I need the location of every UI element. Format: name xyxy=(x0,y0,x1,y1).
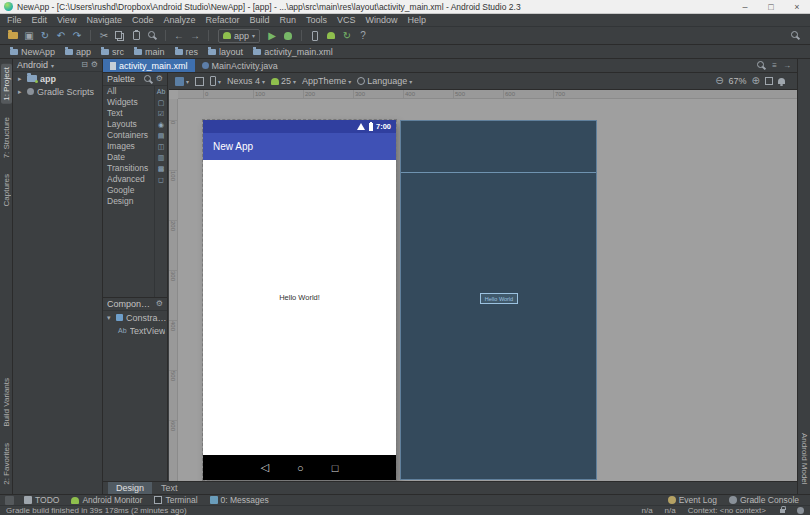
zoom-out-icon[interactable]: ⊖ xyxy=(715,76,723,86)
palette-category[interactable]: Advanced xyxy=(103,174,154,185)
run-configuration-select[interactable]: app ▾ xyxy=(218,29,260,43)
menu-item[interactable]: View xyxy=(52,15,81,25)
palette-widget-icon[interactable]: ▤ xyxy=(158,130,165,141)
menu-item[interactable]: Analyze xyxy=(158,15,200,25)
paste-icon[interactable] xyxy=(129,29,143,43)
toolwindow-switcher-icon[interactable] xyxy=(5,496,14,505)
theme-select[interactable]: AppTheme ▾ xyxy=(302,76,351,86)
blueprint-textview[interactable]: Hello World xyxy=(480,293,518,304)
menu-item[interactable]: Navigate xyxy=(81,15,127,25)
readonly-lock-icon[interactable] xyxy=(780,509,785,513)
tab-design[interactable]: Design xyxy=(108,482,152,494)
debug-icon[interactable] xyxy=(281,29,295,43)
toolwindow-button-gradle-console[interactable]: Gradle Console xyxy=(723,495,805,505)
toolwindow-button-messages[interactable]: 0: Messages xyxy=(204,495,275,505)
status-message[interactable]: Gradle build finished in 39s 178ms (2 mi… xyxy=(6,506,187,515)
breadcrumb-item[interactable]: src xyxy=(96,47,129,57)
toolwindow-button-todo[interactable]: TODO xyxy=(18,495,65,505)
close-button[interactable]: × xyxy=(784,0,810,13)
avd-manager-icon[interactable] xyxy=(308,29,322,43)
gear-icon[interactable]: ⚙ xyxy=(156,75,163,83)
gradle-sync-icon[interactable]: ↻ xyxy=(340,29,354,43)
orientation-select[interactable]: ▾ xyxy=(210,76,221,86)
toolwindow-button-favorites[interactable]: 2: Favorites xyxy=(1,440,12,488)
palette-category[interactable]: Images xyxy=(103,141,154,152)
expand-arrow-icon[interactable]: ▸ xyxy=(18,75,24,83)
palette-category[interactable]: Widgets xyxy=(103,97,154,108)
palette-widget-icon[interactable]: ◫ xyxy=(158,141,165,152)
menu-item[interactable]: Refactor xyxy=(200,15,244,25)
hide-panel-icon[interactable]: → xyxy=(783,62,791,70)
breadcrumb-item[interactable]: activity_main.xml xyxy=(248,47,338,57)
find-icon[interactable] xyxy=(145,29,159,43)
toolwindow-button-terminal[interactable]: Terminal xyxy=(148,495,203,505)
redo-icon[interactable]: ↷ xyxy=(70,29,84,43)
menu-item[interactable]: Tools xyxy=(301,15,332,25)
project-tree-item-app[interactable]: ▸ app xyxy=(13,72,102,85)
palette-search-icon[interactable] xyxy=(144,75,153,84)
design-canvas[interactable]: 0100200300400500600700 01002003004005006… xyxy=(169,90,797,481)
undo-icon[interactable]: ↶ xyxy=(54,29,68,43)
caret-position[interactable]: n/a xyxy=(641,506,652,515)
palette-category[interactable]: Design xyxy=(103,196,154,207)
project-tree-item-gradle-scripts[interactable]: ▸ Gradle Scripts xyxy=(13,85,102,98)
hello-world-textview[interactable]: Hello World! xyxy=(203,293,396,302)
menu-item[interactable]: Run xyxy=(275,15,302,25)
toolwindow-button-android-monitor[interactable]: Android Monitor xyxy=(65,495,148,505)
toolwindow-button-captures[interactable]: Captures xyxy=(1,171,12,209)
toolwindow-button-structure[interactable]: 7: Structure xyxy=(1,114,12,161)
palette-category[interactable]: Date xyxy=(103,152,154,163)
gear-icon[interactable]: ⚙ xyxy=(156,300,163,308)
expand-arrow-icon[interactable]: ▾ xyxy=(107,314,113,322)
search-icon[interactable] xyxy=(757,61,766,70)
expand-arrow-icon[interactable]: ▸ xyxy=(18,88,24,96)
menu-item[interactable]: Help xyxy=(403,15,432,25)
menu-item[interactable]: File xyxy=(2,15,27,25)
save-all-icon[interactable]: ▣ xyxy=(22,29,36,43)
maximize-button[interactable]: □ xyxy=(758,0,784,13)
notifications-bell-icon[interactable] xyxy=(778,78,785,84)
palette-category[interactable]: All xyxy=(103,86,154,97)
sync-icon[interactable]: ↻ xyxy=(38,29,52,43)
cut-icon[interactable]: ✂ xyxy=(97,29,111,43)
breadcrumb-item[interactable]: layout xyxy=(203,47,248,57)
menu-item[interactable]: Window xyxy=(361,15,403,25)
palette-widget-icon[interactable]: ▢ xyxy=(158,97,165,108)
context-indicator[interactable]: Context: <no context> xyxy=(688,506,766,515)
breadcrumb-item[interactable]: res xyxy=(170,47,204,57)
palette-widget-icon[interactable]: ▥ xyxy=(158,152,165,163)
menu-item[interactable]: Build xyxy=(244,15,274,25)
zoom-in-icon[interactable]: ⊕ xyxy=(752,76,760,86)
surface-mode-select[interactable]: ▾ xyxy=(175,77,189,86)
palette-category[interactable]: Layouts xyxy=(103,119,154,130)
device-preview[interactable]: 7:00 New App Hello World! ◁ ○ □ xyxy=(203,120,396,480)
palette-category[interactable]: Text xyxy=(103,108,154,119)
breadcrumb-item[interactable]: NewApp xyxy=(5,47,60,57)
blueprint-view[interactable]: Hello World xyxy=(400,120,597,480)
toolwindow-button-android-model[interactable]: Android Model xyxy=(799,430,810,488)
minimize-button[interactable]: – xyxy=(732,0,758,13)
inspections-profile-icon[interactable] xyxy=(797,507,804,514)
palette-category[interactable]: Google xyxy=(103,185,154,196)
editor-tab-mainactivity-java[interactable]: MainActivity.java xyxy=(195,59,285,72)
help-icon[interactable]: ? xyxy=(356,29,370,43)
menu-item[interactable]: Code xyxy=(127,15,159,25)
file-encoding[interactable]: n/a xyxy=(665,506,676,515)
api-level-select[interactable]: 25 ▾ xyxy=(271,76,296,86)
open-icon[interactable] xyxy=(6,29,20,43)
menu-item[interactable]: VCS xyxy=(332,15,361,25)
palette-category[interactable]: Containers xyxy=(103,130,154,141)
copy-icon[interactable] xyxy=(113,29,127,43)
language-select[interactable]: Language ▾ xyxy=(357,76,412,86)
editor-tab-activity-main-xml[interactable]: activity_main.xml xyxy=(103,59,195,72)
palette-widget-icon[interactable]: ◻ xyxy=(158,174,164,185)
component-tree-item-textview[interactable]: Ab TextView xyxy=(103,324,167,337)
toolwindow-button-event-log[interactable]: Event Log xyxy=(662,495,723,505)
tab-options-icon[interactable]: ≡ xyxy=(772,62,777,70)
device-content[interactable]: Hello World! xyxy=(203,160,396,455)
project-view-mode[interactable]: Android xyxy=(17,60,48,70)
forward-icon[interactable]: → xyxy=(188,29,202,43)
search-everywhere-icon[interactable] xyxy=(791,31,800,40)
collapse-all-icon[interactable]: ⊟ xyxy=(81,61,88,69)
breadcrumb-item[interactable]: main xyxy=(129,47,170,57)
